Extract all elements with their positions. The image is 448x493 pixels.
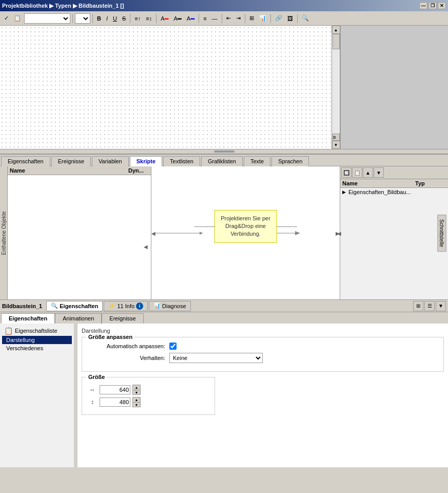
properties-panel: Name Dyn... ◀ [8, 166, 151, 299]
table-button[interactable]: ⊞ [247, 13, 256, 24]
status-btn-2[interactable]: ☰ [424, 301, 435, 311]
height-down-btn[interactable]: ▼ [133, 402, 140, 407]
rp-name-header: Name [342, 180, 415, 186]
props-list [8, 175, 151, 288]
bottom-tab-ereignisse[interactable]: Ereignisse [102, 313, 143, 324]
scroll-thumb[interactable] [333, 34, 340, 49]
scroll-track [332, 34, 340, 134]
strikethrough-button[interactable]: S [120, 13, 128, 24]
rp-btn-down[interactable]: ▼ [374, 167, 384, 178]
nav-header-label: Eigenschaftsliste [15, 328, 57, 334]
status-tab-info-label: 11 Info [117, 303, 134, 309]
size-dropdown[interactable] [75, 13, 90, 24]
separator-7 [245, 14, 245, 23]
rp-btn-1[interactable]: 🔲 [341, 167, 352, 178]
italic-button[interactable]: I [104, 13, 110, 24]
callout-line3: Verbindung. [230, 231, 261, 237]
width-input[interactable] [100, 385, 130, 394]
status-bar: Bildbaustein_1 🔍 Eigenschaften ⚡ 11 Info… [0, 300, 448, 312]
link-button[interactable]: 🔗 [273, 13, 284, 24]
info-badge: i [136, 302, 143, 310]
status-tab-diagnose[interactable]: 📊 Diagnose [149, 301, 190, 311]
bottom-tab-eigenschaften[interactable]: Eigenschaften [1, 313, 55, 324]
background-button[interactable]: A▬ [185, 13, 197, 24]
highlight-button[interactable]: A▬ [172, 13, 184, 24]
scroll-down-arrow[interactable]: ▼ [332, 141, 340, 149]
status-tab-eigenschaften-label: Eigenschaften [60, 303, 98, 309]
rp-expand-icon: ▶ [342, 189, 348, 195]
window-controls: — ❐ ✕ [419, 2, 446, 9]
width-up-btn[interactable]: ▲ [133, 385, 140, 390]
separator-8 [270, 14, 271, 23]
tab-ereignisse[interactable]: Ereignisse [51, 156, 91, 166]
schnittstelle-label[interactable]: Schnittstelle [438, 215, 446, 252]
width-down-btn[interactable]: ▼ [133, 390, 140, 394]
rp-btn-up[interactable]: ▲ [363, 167, 373, 178]
select-row: Verhalten: Keine Proportional Strecken [87, 353, 438, 363]
width-spinner[interactable]: ▲ ▼ [132, 385, 141, 395]
auto-anpassen-checkbox[interactable] [169, 343, 177, 350]
rp-row-eigenschaften[interactable]: ▶ Eigenschaften_Bildbau... [340, 188, 448, 197]
checkmark-button[interactable]: ✓ [2, 13, 11, 24]
height-input[interactable] [100, 397, 130, 407]
rp-row-name: Eigenschaften_Bildbau... [348, 189, 415, 195]
script-area[interactable]: ◀ Projektieren Sie per Drag&Drop eine Ve… [151, 166, 340, 299]
height-up-btn[interactable]: ▲ [133, 397, 140, 402]
close-button[interactable]: ✕ [438, 2, 446, 9]
scroll-up-arrow[interactable]: ▲ [332, 26, 340, 34]
group-groesse-anpassen: Größe anpassen Automatisch anpassen: Ver… [82, 337, 444, 372]
main-canvas-area: ▲ ≡ ▼ [0, 26, 448, 149]
status-btn-1[interactable]: ⊞ [413, 301, 423, 311]
nav-item-darstellung[interactable]: Darstellung [2, 336, 72, 344]
status-tab-diagnose-label: Diagnose [162, 303, 186, 309]
zoom-button[interactable]: 🔍 [300, 13, 311, 24]
font-color-button[interactable]: A▬ [159, 13, 170, 24]
bottom-tab-animationen[interactable]: Animationen [55, 313, 102, 324]
status-tab-info[interactable]: ⚡ 11 Info i [104, 301, 148, 311]
rp-btn-2[interactable]: 📋 [352, 167, 362, 178]
underline-button[interactable]: U [111, 13, 119, 24]
minimize-button[interactable]: — [419, 2, 427, 9]
canvas[interactable]: ▲ ≡ ▼ [0, 26, 340, 149]
height-spinner[interactable]: ▲ ▼ [132, 397, 141, 407]
image-button[interactable]: 🖼 [285, 13, 295, 24]
list-button[interactable]: ≡ [201, 13, 208, 24]
nav-list-icon: 📋 [4, 327, 13, 335]
nav-item-verschiedenes[interactable]: Verschiedenes [2, 344, 72, 352]
bottom-content: 📋 Eigenschaftsliste Darstellung Verschie… [0, 324, 448, 467]
restore-button[interactable]: ❐ [428, 2, 437, 9]
style-dropdown[interactable] [24, 13, 70, 24]
resize-handle[interactable] [0, 149, 448, 154]
align-center-button[interactable]: ≡↕ [144, 13, 154, 24]
left-nav-header: 📋 Eigenschaftsliste [2, 326, 72, 336]
indent-button[interactable]: ⇤ [224, 13, 233, 24]
tab-textlisten[interactable]: Textlisten [163, 156, 200, 166]
props-dyn-header: Dyn... [128, 167, 149, 174]
group-groesse: Größe ↔ ▲ ▼ ↕ ▲ ▼ [82, 377, 215, 415]
group-groesse-title: Größe [86, 374, 107, 380]
chart-button[interactable]: 📊 [257, 13, 268, 24]
outdent-button[interactable]: ⇥ [234, 13, 243, 24]
height-row: ↕ ▲ ▼ [87, 397, 209, 407]
tab-sprachen[interactable]: Sprachen [271, 156, 309, 166]
align-left-button[interactable]: ≡↑ [132, 13, 143, 24]
status-btn-3[interactable]: ▼ [436, 301, 446, 311]
verhalten-select-wrapper: Keine Proportional Strecken [169, 353, 263, 363]
copy-button[interactable]: 📋 [12, 13, 23, 24]
enthaltene-objekte-panel: Enthaltene Objekte [0, 166, 8, 299]
tab-texte[interactable]: Texte [244, 156, 270, 166]
bold-button[interactable]: B [95, 13, 103, 24]
props-arrow-right[interactable]: ◀ [144, 244, 148, 250]
status-tab-eigenschaften[interactable]: 🔍 Eigenschaften [46, 301, 103, 311]
tab-variablen[interactable]: Variablen [92, 156, 129, 166]
tab-grafiklisten[interactable]: Grafiklisten [201, 156, 243, 166]
tab-eigenschaften[interactable]: Eigenschaften [1, 156, 50, 166]
tab-skripte[interactable]: Skripte [130, 156, 162, 166]
rp-arrow-left[interactable]: ◀ [337, 230, 341, 236]
dash-button[interactable]: — [210, 13, 220, 24]
verhalten-select[interactable]: Keine Proportional Strecken [169, 353, 263, 363]
canvas-dotted-background [0, 26, 340, 149]
canvas-scrollbar[interactable]: ▲ ≡ ▼ [332, 26, 340, 149]
separator-9 [297, 14, 298, 23]
rp-type-header: Typ [415, 180, 446, 186]
